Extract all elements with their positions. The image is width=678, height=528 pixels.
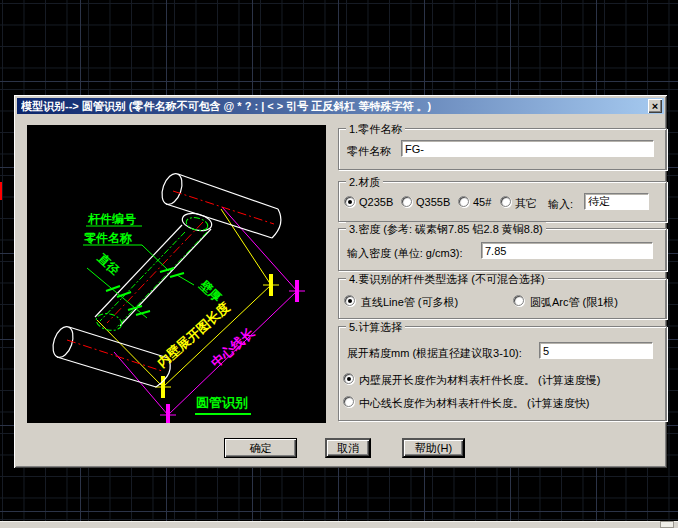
cad-canvas: 模型识别--> 圆管识别 (零件名称不可包含 @ * ? : | < > 引号 … <box>0 0 678 528</box>
bottom-pipe-centerline <box>67 340 162 371</box>
magenta-tick-bottom <box>166 404 170 423</box>
command-line-strip <box>0 521 678 528</box>
pipe-drawing: 杆件编号 零件名称 直径 壁厚 内壁展开图长度 中心线长 圆管识别 <box>27 125 326 423</box>
command-line-corner-box <box>660 521 674 528</box>
radio-line-pipe-label[interactable]: 直线Line管 (可多根) <box>361 295 458 310</box>
group-material: 2.材质 Q235B Q355B 45# 其它 输入: <box>338 181 667 222</box>
ok-button[interactable]: 确定 <box>224 438 297 458</box>
group-part-name: 1.零件名称 零件名称 <box>338 128 667 170</box>
material-input[interactable] <box>584 193 649 210</box>
top-pipe-centerline <box>173 191 274 224</box>
group-density-legend: 3.密度 (参考: 碳素钢7.85 铝2.8 黄铜8.8) <box>346 222 546 237</box>
magenta-tick-right <box>295 280 299 302</box>
group-calc-legend: 5.计算选择 <box>346 320 405 335</box>
group-part-name-legend: 1.零件名称 <box>346 122 405 137</box>
preview-caption: 圆管识别 <box>196 395 248 410</box>
cancel-button[interactable]: 取消 <box>325 438 371 458</box>
radio-material-other-label[interactable]: 其它 <box>515 196 537 211</box>
yellow-tick-right <box>269 274 273 296</box>
radio-material-q355b-label[interactable]: Q355B <box>416 196 450 208</box>
group-density: 3.密度 (参考: 碳素钢7.85 铝2.8 黄铜8.8) 输入密度 (单位: … <box>338 228 667 271</box>
close-icon[interactable]: × <box>648 99 662 113</box>
label-member-number: 杆件编号 <box>87 212 136 226</box>
precision-label: 展开精度mm (根据直径建议取3-10): <box>347 346 522 361</box>
radio-material-q355b[interactable] <box>401 196 412 207</box>
precision-input[interactable] <box>539 342 653 359</box>
label-diameter: 直径 <box>95 251 122 278</box>
material-input-label: 输入: <box>548 197 573 212</box>
radio-material-45[interactable] <box>458 196 469 207</box>
group-member-type: 4.要识别的杆件类型选择 (不可混合选择) 直线Line管 (可多根) 圆弧Ar… <box>338 278 667 319</box>
group-member-type-legend: 4.要识别的杆件类型选择 (不可混合选择) <box>346 272 548 287</box>
part-name-input[interactable] <box>401 140 654 157</box>
radio-material-45-label[interactable]: 45# <box>473 196 491 208</box>
part-name-label: 零件名称 <box>347 144 391 159</box>
radio-inner-wall-length[interactable] <box>343 373 354 384</box>
cad-red-line <box>0 182 2 200</box>
radio-inner-wall-length-label[interactable]: 内壁展开长度作为材料表杆件长度。 (计算速度慢) <box>359 373 600 388</box>
density-label: 输入密度 (单位: g/cm3): <box>347 246 463 261</box>
dialog-title: 模型识别--> 圆管识别 (零件名称不可包含 @ * ? : | < > 引号 … <box>21 99 431 114</box>
help-button[interactable]: 帮助(H) <box>402 438 465 458</box>
radio-material-q235b[interactable] <box>344 196 355 207</box>
radio-centerline-length-label[interactable]: 中心线长度作为材料表杆件长度。 (计算速度快) <box>359 396 589 411</box>
green-tick-marks <box>106 268 184 315</box>
radio-centerline-length[interactable] <box>343 396 354 407</box>
radio-line-pipe[interactable] <box>344 295 355 306</box>
top-pipe <box>158 171 281 238</box>
label-part-name: 零件名称 <box>84 231 133 245</box>
dialog-titlebar[interactable]: 模型识别--> 圆管识别 (零件名称不可包含 @ * ? : | < > 引号 … <box>17 98 664 114</box>
pipe-recognition-dialog: 模型识别--> 圆管识别 (零件名称不可包含 @ * ? : | < > 引号 … <box>14 95 667 468</box>
density-input[interactable] <box>481 242 653 259</box>
radio-arc-pipe-label[interactable]: 圆弧Arc管 (限1根) <box>530 295 618 310</box>
radio-material-other[interactable] <box>500 196 511 207</box>
radio-material-q235b-label[interactable]: Q235B <box>359 196 393 208</box>
group-calc: 5.计算选择 展开精度mm (根据直径建议取3-10): 内壁展开长度作为材料表… <box>338 326 667 421</box>
preview-image: 杆件编号 零件名称 直径 壁厚 内壁展开图长度 中心线长 圆管识别 <box>27 125 326 423</box>
label-centerline-length: 中心线长 <box>208 324 258 370</box>
radio-arc-pipe[interactable] <box>513 295 524 306</box>
group-material-legend: 2.材质 <box>346 175 383 190</box>
